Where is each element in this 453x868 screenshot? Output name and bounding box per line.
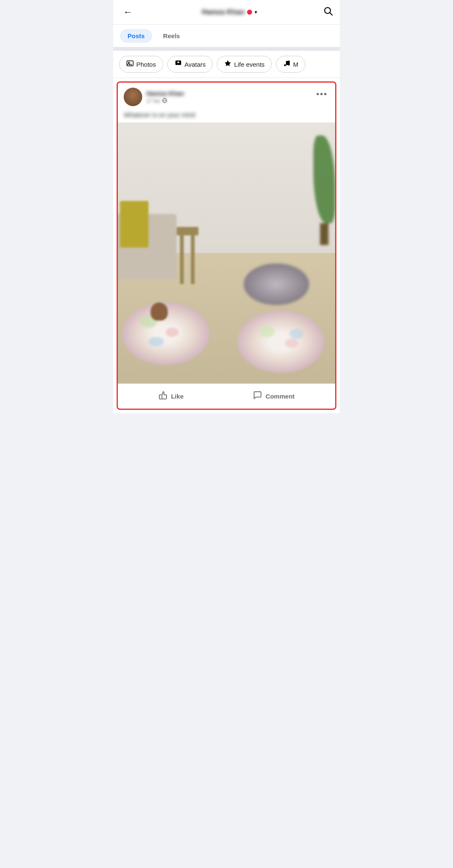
small-animal — [151, 302, 168, 321]
more-options-button[interactable]: ••• — [315, 88, 329, 101]
nav-title-area: Hamza Khan ▾ — [202, 8, 257, 16]
search-icon — [323, 6, 333, 16]
online-status-dot — [247, 10, 252, 15]
comment-label: Comment — [266, 393, 294, 400]
svg-point-8 — [288, 64, 290, 66]
side-table — [177, 227, 198, 284]
like-button[interactable]: Like — [150, 388, 192, 404]
chip-music-label: M — [293, 61, 299, 68]
chip-photos-label: Photos — [136, 61, 156, 68]
author-name[interactable]: Hamza Khan — [146, 90, 184, 97]
back-button[interactable]: ← — [120, 5, 136, 19]
comment-icon — [253, 391, 262, 402]
chip-photos[interactable]: Photos — [119, 56, 163, 73]
post-image[interactable] — [118, 123, 335, 383]
dropdown-arrow-icon[interactable]: ▾ — [255, 9, 257, 15]
life-events-icon — [224, 60, 232, 69]
search-button[interactable] — [323, 6, 333, 18]
pillow — [120, 201, 148, 248]
chip-avatars[interactable]: Avatars — [167, 56, 213, 73]
post-text: Whatever is on your mind — [118, 109, 335, 123]
nav-profile-name: Hamza Khan — [202, 8, 245, 16]
pet-bed-gray — [244, 263, 309, 305]
filter-chips-bar: Photos Avatars Life events M — [113, 51, 340, 78]
author-details: Hamza Khan 17 hrs — [146, 90, 184, 104]
avatar[interactable] — [124, 88, 142, 106]
like-icon — [159, 391, 168, 402]
post-actions: Like Comment — [118, 383, 335, 409]
post-meta: 17 hrs — [146, 98, 184, 104]
chip-life-events[interactable]: Life events — [217, 56, 272, 73]
svg-marker-6 — [225, 60, 231, 66]
post-card: Hamza Khan 17 hrs ••• Whatever is on yo — [117, 81, 336, 410]
comment-button[interactable]: Comment — [245, 388, 303, 404]
svg-line-1 — [330, 13, 333, 16]
post-card-wrapper: Hamza Khan 17 hrs ••• Whatever is on yo — [113, 78, 340, 413]
bottom-partial — [113, 413, 340, 438]
svg-rect-2 — [127, 61, 133, 66]
section-divider — [113, 47, 340, 51]
top-nav: ← Hamza Khan ▾ — [113, 0, 340, 25]
chip-avatars-label: Avatars — [185, 61, 206, 68]
post-header: Hamza Khan 17 hrs ••• — [118, 83, 335, 109]
tab-posts[interactable]: Posts — [120, 29, 152, 43]
room-scene — [118, 123, 335, 383]
tab-reels[interactable]: Reels — [156, 29, 187, 43]
pet-bed-right — [237, 310, 324, 373]
svg-point-3 — [128, 62, 130, 63]
photos-icon — [126, 60, 134, 69]
plant — [313, 136, 335, 245]
tabs-bar: Posts Reels — [113, 25, 340, 47]
svg-point-7 — [284, 64, 286, 66]
chip-music[interactable]: M — [276, 56, 306, 73]
avatar-image — [124, 88, 142, 106]
post-author-info: Hamza Khan 17 hrs — [124, 88, 184, 106]
globe-icon — [162, 98, 167, 104]
avatars-icon — [174, 60, 182, 69]
chip-life-events-label: Life events — [234, 61, 265, 68]
like-label: Like — [171, 393, 184, 400]
post-time: 17 hrs — [146, 98, 160, 104]
music-icon — [283, 60, 291, 69]
